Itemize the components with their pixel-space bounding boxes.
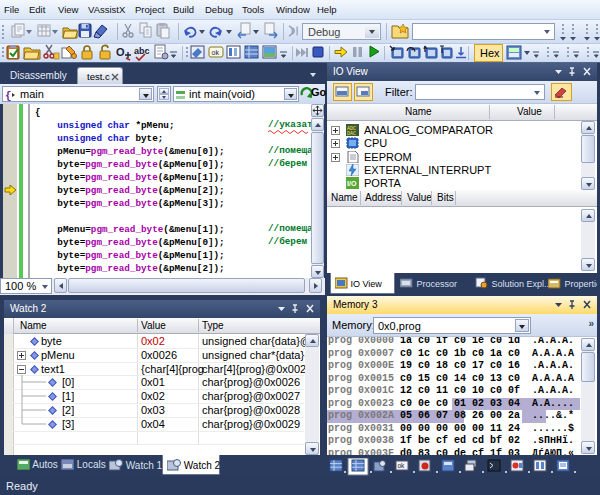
svg-text:abc: abc [134, 46, 150, 56]
svg-text:O: O [116, 46, 125, 58]
svg-text:ok: ok [212, 49, 220, 56]
svg-text:I/O: I/O [347, 180, 357, 187]
svg-text:{: { [5, 90, 12, 101]
svg-text:ok: ok [398, 462, 406, 469]
svg-text:DAC: DAC [347, 131, 356, 136]
